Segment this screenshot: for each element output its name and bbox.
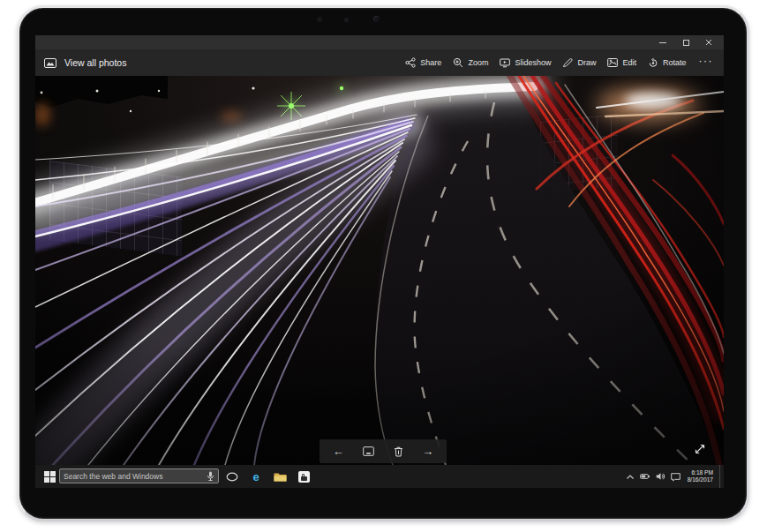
slideshow-icon: [500, 57, 510, 68]
folder-icon: [274, 471, 287, 482]
close-icon: [705, 39, 712, 46]
more-options-button[interactable]: ···: [696, 55, 716, 71]
draw-label: Draw: [577, 58, 596, 67]
rotate-button[interactable]: Rotate: [645, 57, 689, 68]
edit-button[interactable]: Edit: [605, 57, 639, 68]
share-button[interactable]: Share: [402, 57, 444, 68]
microphone-icon[interactable]: [207, 471, 214, 482]
minimize-icon: [659, 42, 666, 43]
ambient-sensor-dot: [317, 17, 322, 22]
store-icon: [298, 471, 310, 483]
battery-icon: [640, 472, 650, 481]
start-button[interactable]: [40, 465, 59, 488]
photo-gallery-icon: [44, 58, 56, 68]
zoom-button[interactable]: Zoom: [450, 57, 491, 68]
ir-sensor-dot: [344, 18, 349, 22]
task-view-button[interactable]: [224, 465, 240, 488]
action-center-icon: [671, 472, 681, 482]
album-icon: [363, 446, 374, 456]
slideshow-button[interactable]: Slideshow: [497, 57, 553, 68]
taskbar-clock[interactable]: 6:18 PM 8/16/2017: [688, 469, 713, 483]
maximize-icon: [683, 40, 689, 46]
task-view-icon: [226, 472, 238, 482]
windows-screen: View all photos Share Zoom: [35, 35, 724, 488]
edit-icon: [607, 57, 618, 68]
store-button[interactable]: [296, 465, 312, 488]
edit-label: Edit: [622, 58, 636, 67]
shopping-bag-glyph: [301, 476, 307, 481]
view-all-photos-label: View all photos: [64, 57, 126, 68]
edge-icon: e: [252, 471, 259, 483]
draw-icon: [562, 57, 573, 68]
windows-logo-icon: [44, 471, 56, 483]
album-button[interactable]: [363, 446, 374, 456]
tray-overflow-button[interactable]: [626, 473, 635, 481]
clock-time: 6:18 PM: [691, 469, 713, 476]
minimize-button[interactable]: [651, 35, 674, 49]
speaker-icon: [656, 472, 665, 481]
next-photo-button[interactable]: →: [422, 446, 433, 457]
vignette-overlay: [35, 76, 724, 465]
edge-button[interactable]: e: [248, 465, 264, 488]
share-icon: [405, 57, 416, 68]
volume-status[interactable]: [656, 472, 665, 481]
photo-viewer: ← →: [35, 76, 724, 465]
rotate-icon: [648, 57, 658, 68]
photo-nav-bar: ← →: [320, 439, 447, 463]
maximize-button[interactable]: [674, 35, 697, 49]
zoom-icon: [453, 57, 463, 68]
battery-status[interactable]: [640, 472, 650, 481]
zoom-label: Zoom: [468, 58, 488, 67]
previous-photo-button[interactable]: ←: [333, 446, 344, 457]
surface-device-photo: View all photos Share Zoom: [0, 0, 767, 532]
photos-command-bar: View all photos Share Zoom: [35, 49, 724, 76]
title-bar: [35, 35, 724, 49]
search-input[interactable]: [60, 469, 207, 483]
close-button[interactable]: [697, 35, 720, 49]
view-all-photos-button[interactable]: View all photos: [44, 57, 126, 68]
draw-button[interactable]: Draw: [560, 57, 598, 68]
rotate-label: Rotate: [663, 58, 687, 67]
pinned-apps: e: [224, 465, 312, 488]
trash-icon: [394, 446, 403, 457]
fullscreen-button[interactable]: [694, 443, 706, 458]
delete-button[interactable]: [394, 446, 403, 457]
action-center-button[interactable]: [671, 472, 681, 482]
share-label: Share: [420, 58, 441, 67]
photos-toolbar: Share Zoom Slideshow: [402, 55, 715, 71]
front-camera: [373, 16, 380, 22]
clock-date: 8/16/2017: [688, 476, 713, 483]
file-explorer-button[interactable]: [272, 465, 288, 488]
system-tray: 6:18 PM 8/16/2017: [626, 465, 723, 488]
slideshow-label: Slideshow: [515, 58, 551, 67]
highway-light-trails-photo: [35, 76, 724, 465]
chevron-up-icon: [626, 473, 635, 481]
taskbar-search[interactable]: [59, 468, 219, 483]
taskbar: e: [35, 465, 724, 488]
fullscreen-icon: [694, 443, 706, 455]
show-desktop-button[interactable]: [719, 465, 723, 488]
